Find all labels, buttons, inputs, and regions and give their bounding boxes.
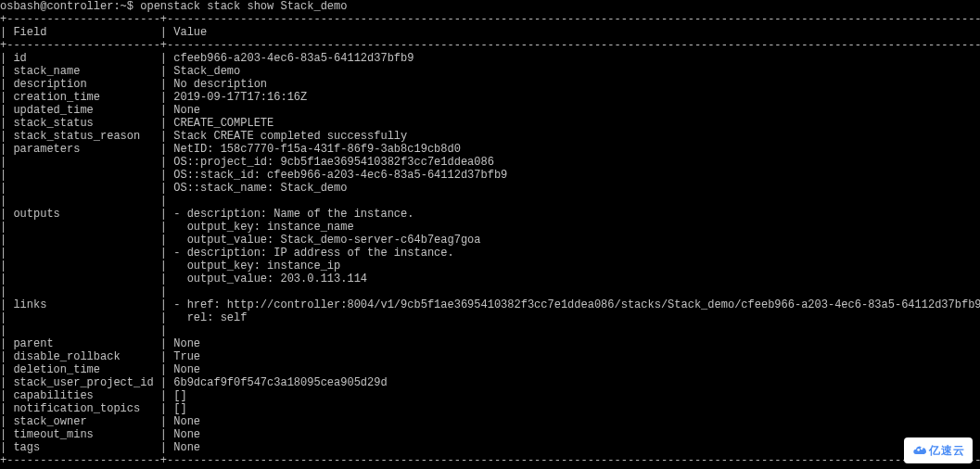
watermark-logo: 亿速云 — [904, 437, 973, 463]
cloud-icon — [912, 443, 927, 458]
terminal-output: osbash@controller:~$ openstack stack sho… — [0, 0, 980, 467]
svg-point-0 — [920, 448, 923, 450]
svg-point-1 — [917, 449, 920, 451]
watermark-text: 亿速云 — [929, 444, 965, 457]
